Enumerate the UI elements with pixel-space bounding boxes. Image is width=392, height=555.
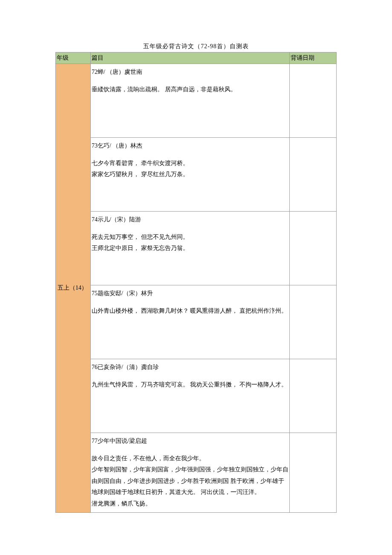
- table-row: 75题临安邸/（宋）林升 山外青山楼外楼， 西湖歌舞几时休？ 暖风熏得游人醉， …: [56, 285, 337, 359]
- poem-body: 故今日之责任，不在他人，而全在我少年。 少年智则国智，少年富则国富，少年强则国强…: [92, 453, 288, 510]
- content-cell: 77少年中国说/梁启超 故今日之责任，不在他人，而全在我少年。 少年智则国智，少…: [91, 433, 290, 513]
- table-row: 74示儿/（宋）陆游 死去元知万事空， 但悲不见九州同。 王师北定中原日， 家祭…: [56, 212, 337, 285]
- content-cell: 74示儿/（宋）陆游 死去元知万事空， 但悲不见九州同。 王师北定中原日， 家祭…: [91, 212, 290, 285]
- poem-body: 垂緌饮清露，流响出疏桐。 居高声自远，非是藉秋风。: [92, 84, 288, 96]
- content-cell: 72蝉/ （唐）虞世南 垂緌饮清露，流响出疏桐。 居高声自远，非是藉秋风。: [91, 64, 290, 138]
- table-header-row: 年级 篇目 背诵日期: [56, 52, 337, 64]
- poem-title: 77少年中国说/梁启超: [92, 436, 288, 447]
- poem-body: 死去元知万事空， 但悲不见九州同。 王师北定中原日， 家祭无忘告乃翁。: [92, 232, 288, 254]
- grade-cell: 五上（14）: [56, 64, 91, 513]
- date-cell: [290, 359, 337, 433]
- poem-body: 七夕今宵看碧霄， 牵牛织女渡河桥。 家家乞巧望秋月， 穿尽红丝几万条。: [92, 158, 288, 180]
- content-cell: 73乞巧/ （唐）林杰 七夕今宵看碧霄， 牵牛织女渡河桥。 家家乞巧望秋月， 穿…: [91, 138, 290, 212]
- date-cell: [290, 433, 337, 513]
- table-row: 五上（14） 72蝉/ （唐）虞世南 垂緌饮清露，流响出疏桐。 居高声自远，非是…: [56, 64, 337, 138]
- content-cell: 76已亥杂诗/（清）龚自珍 九州生气恃风雷， 万马齐喑究可哀。 我劝天公重抖擞，…: [91, 359, 290, 433]
- header-grade: 年级: [56, 52, 91, 64]
- date-cell: [290, 285, 337, 359]
- poem-title: 76已亥杂诗/（清）龚自珍: [92, 362, 288, 373]
- poem-title: 74示儿/（宋）陆游: [92, 214, 288, 226]
- date-cell: [290, 138, 337, 212]
- date-cell: [290, 64, 337, 138]
- header-content: 篇目: [91, 52, 290, 64]
- table-row: 73乞巧/ （唐）林杰 七夕今宵看碧霄， 牵牛织女渡河桥。 家家乞巧望秋月， 穿…: [56, 138, 337, 212]
- date-cell: [290, 212, 337, 285]
- poem-body: 山外青山楼外楼， 西湖歌舞几时休？ 暖风熏得游人醉， 直把杭州作汴州。: [92, 305, 288, 317]
- poem-title: 75题临安邸/（宋）林升: [92, 288, 288, 299]
- header-date: 背诵日期: [290, 52, 337, 64]
- poem-title: 73乞巧/ （唐）林杰: [92, 140, 288, 152]
- poem-body: 九州生气恃风雷， 万马齐喑究可哀。 我劝天公重抖擞， 不拘一格降人才。: [92, 379, 288, 391]
- content-cell: 75题临安邸/（宋）林升 山外青山楼外楼， 西湖歌舞几时休？ 暖风熏得游人醉， …: [91, 285, 290, 359]
- table-row: 76已亥杂诗/（清）龚自珍 九州生气恃风雷， 万马齐喑究可哀。 我劝天公重抖擞，…: [56, 359, 337, 433]
- poem-table: 年级 篇目 背诵日期 五上（14） 72蝉/ （唐）虞世南 垂緌饮清露，流响出疏…: [55, 52, 337, 513]
- poem-title: 72蝉/ （唐）虞世南: [92, 67, 288, 78]
- page-title: 五年级必背古诗文（72-98首）自测表: [55, 43, 337, 50]
- table-row: 77少年中国说/梁启超 故今日之责任，不在他人，而全在我少年。 少年智则国智，少…: [56, 433, 337, 513]
